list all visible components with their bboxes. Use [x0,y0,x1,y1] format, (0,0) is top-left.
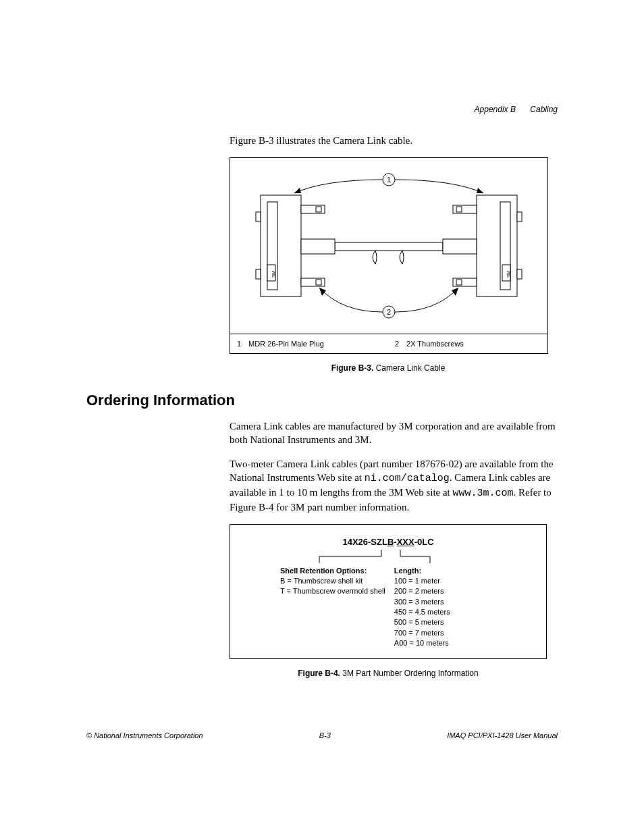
svg-rect-12 [477,195,517,296]
figure-b4-caption-num: Figure B-4. [298,669,342,678]
partnum-d: XXX [397,537,414,547]
svg-rect-1 [261,195,301,296]
partnum-b: B [387,537,394,547]
shell-opt-t: T = Thumbscrew overmold shell [280,586,394,596]
length-column: Length: 100 = 1 meter 200 = 2 meters 300… [394,566,537,649]
legend-1-text: MDR 26-Pin Male Plug [248,340,324,348]
figure-b3-caption-num: Figure B-3. [331,363,376,373]
paragraph-1: Camera Link cables are manufactured by 3… [230,419,558,447]
length-head: Length: [394,566,537,576]
paragraph-2: Two-meter Camera Link cables (part numbe… [230,457,558,515]
header-appendix: Appendix B [475,105,516,114]
svg-rect-8 [316,280,321,285]
svg-rect-0 [335,242,443,251]
header-section: Cabling [530,105,558,114]
legend-2-text: 2X Thumbscrews [406,340,464,348]
intro-paragraph: Figure B-3 illustrates the Camera Link c… [230,135,558,147]
para2-url1: ni.com/catalog [365,473,450,484]
svg-marker-24 [294,188,301,193]
figure-b3-caption-text: Camera Link Cable [376,363,446,373]
section-heading: Ordering Information [86,392,558,409]
part-number: 14X26-SZLB-XXX-0LC [240,537,537,547]
left-connector: 3M [256,195,335,296]
svg-rect-19 [456,280,462,285]
figure-b4-caption: Figure B-4. 3M Part Number Ordering Info… [230,669,547,678]
figure-b4-caption-text: 3M Part Number Ordering Information [342,669,478,678]
length-300: 300 = 3 meters [394,597,537,607]
figure-b4-box: 14X26-SZLB-XXX-0LC Shell Retention Optio… [230,524,547,659]
footer-right: IMAQ PCI/PXI-1428 User Manual [447,731,558,739]
page-footer: © National Instruments Corporation B-3 I… [86,731,558,739]
camera-link-cable-diagram: 3M 3M 1 [230,158,547,334]
callout-2-number: 2 [387,308,391,316]
length-200: 200 = 2 meters [394,586,537,596]
figure-b3-legend: 1 MDR 26-Pin Male Plug 2 2X Thumbscrews [230,334,547,353]
svg-rect-9 [301,239,335,254]
length-450: 450 = 4.5 meters [394,607,537,617]
right-connector: 3M [443,195,522,296]
partnum-options-columns: Shell Retention Options: B = Thumbscrew … [240,566,537,649]
svg-text:3M: 3M [506,271,511,278]
svg-rect-3 [256,212,261,221]
length-100: 100 = 1 meter [394,576,537,586]
para2-url2: www.3m.com [453,488,514,499]
length-700: 700 = 7 meters [394,628,537,638]
footer-left: © National Instruments Corporation [86,731,203,739]
svg-marker-27 [319,288,326,296]
page-header: Appendix B Cabling [475,105,558,114]
length-a00: A00 = 10 meters [394,638,537,648]
svg-marker-28 [452,288,458,296]
svg-rect-15 [517,269,522,279]
svg-text:3M: 3M [271,271,276,278]
legend-1-num: 1 [237,340,246,348]
svg-rect-6 [316,207,321,212]
shell-opt-b: B = Thumbscrew shell kit [280,576,394,586]
svg-rect-4 [256,269,261,279]
svg-rect-17 [456,207,462,212]
partnum-callout-lines [240,550,537,566]
figure-b3-box: 3M 3M 1 [230,157,548,354]
partnum-a: 14X26-SZL [342,537,387,547]
shell-retention-column: Shell Retention Options: B = Thumbscrew … [240,566,394,649]
shell-retention-head: Shell Retention Options: [280,566,394,576]
footer-center: B-3 [319,731,331,739]
figure-b3-caption: Figure B-3. Camera Link Cable [230,363,547,373]
svg-rect-14 [517,212,522,221]
partnum-e: -0LC [414,537,434,547]
svg-marker-25 [477,188,483,193]
callout-1-number: 1 [387,176,391,184]
figure-b3-drawing: 3M 3M 1 [230,158,547,334]
length-500: 500 = 5 meters [394,617,537,627]
legend-2-num: 2 [395,340,404,348]
svg-rect-20 [443,239,477,254]
